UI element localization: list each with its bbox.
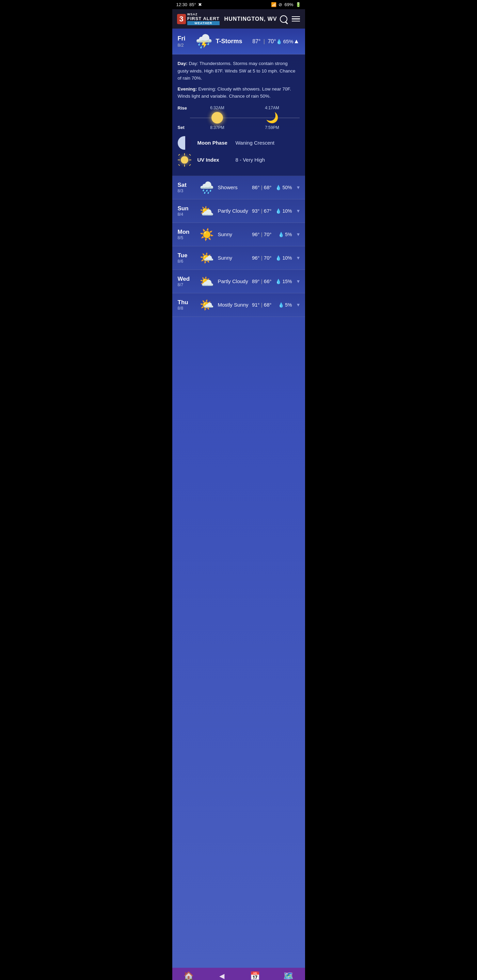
featured-expand-chevron[interactable]: ▲ — [294, 38, 300, 45]
uv-index-row: UV Index 8 - Very High — [178, 153, 300, 167]
city-name: HUNTINGTON, WV — [224, 16, 277, 22]
sun-icon — [211, 112, 223, 124]
forecast-row[interactable]: Tue 8/6 🌤️ Sunny 96° | 70° 💧 10% ▾ — [172, 247, 305, 270]
moon-phase-icon — [178, 136, 191, 150]
moon-icon: 🌙 — [266, 113, 279, 123]
featured-rain-pct: 65% — [283, 38, 294, 44]
featured-date: 8/2 — [178, 43, 195, 48]
forecast-weather-icon: 🌧️ — [198, 181, 215, 194]
forecast-condition: Partly Cloudy — [218, 208, 249, 214]
moon-phase-row: Moon Phase Waning Crescent — [178, 136, 300, 150]
forecast-expand-chevron[interactable]: ▾ — [297, 184, 300, 191]
forecast-temps: 96° | 70° — [252, 231, 272, 237]
moon-phase-label: Moon Phase — [198, 140, 231, 146]
logo: 3 WSAZ FIRST ALERT WEATHER — [177, 13, 220, 25]
forecast-date: 8/3 — [178, 189, 195, 193]
logo-text: WSAZ FIRST ALERT WEATHER — [187, 13, 220, 25]
forecast-condition: Mostly Sunny — [218, 302, 249, 308]
forecast-row[interactable]: Sat 8/3 🌧️ Showers 86° | 68° 💧 50% ▾ — [172, 176, 305, 199]
daily-icon: 📅 — [250, 971, 260, 980]
nav-map[interactable]: 🗺️ Map — [276, 971, 300, 980]
forecast-weather-icon: 🌤️ — [198, 251, 215, 265]
forecast-day-col: Sat 8/3 — [178, 182, 195, 193]
forecast-day-name: Sun — [178, 205, 195, 212]
forecast-day-name: Thu — [178, 299, 195, 306]
forecast-condition: Sunny — [218, 231, 249, 237]
status-bar: 12:30 85° ✖ 📶 ⊘ 69% 🔋 — [172, 0, 305, 9]
evening-description: Evening: Evening: Cloudy with showers. L… — [178, 86, 300, 100]
forecast-day-col: Mon 8/5 — [178, 229, 195, 240]
status-left: 12:30 85° ✖ — [176, 2, 202, 7]
battery-percent: 69% — [284, 2, 293, 7]
forecast-temps: 93° | 67° — [252, 208, 272, 214]
rain-drop-icon: 💧 — [276, 279, 281, 284]
uv-index-value: 8 - Very High — [236, 157, 265, 163]
logo-number: 3 — [179, 15, 183, 23]
forecast-weather-icon: ☀️ — [198, 228, 215, 241]
featured-day-col: Fri 8/2 — [178, 35, 195, 48]
forecast-row[interactable]: Mon 8/5 ☀️ Sunny 96° | 70° 💧 5% ▾ — [172, 223, 305, 247]
nav-daily[interactable]: 📅 Daily — [243, 971, 267, 980]
moon-rise-time: 4:17AM — [265, 105, 279, 110]
nav-hourly[interactable]: ◀ Hourly — [210, 972, 234, 980]
featured-weather-icon: ⛈️ — [195, 33, 212, 49]
forecast-temps: 91° | 68° — [252, 302, 272, 308]
forecast-temps: 89° | 66° — [252, 278, 272, 284]
search-icon[interactable] — [280, 15, 287, 23]
featured-day-name: Fri — [178, 35, 195, 43]
forecast-temps: 86° | 68° — [252, 185, 272, 190]
forecast-expand-chevron[interactable]: ▾ — [297, 231, 300, 237]
forecast-date: 8/4 — [178, 212, 195, 217]
featured-high: 87° — [252, 38, 260, 44]
forecast-date: 8/5 — [178, 235, 195, 240]
logo-box: 3 — [177, 14, 186, 24]
forecast-expand-chevron[interactable]: ▾ — [297, 278, 300, 285]
forecast-day-name: Mon — [178, 229, 195, 235]
forecast-row[interactable]: Wed 8/7 ⛅ Partly Cloudy 89° | 66° 💧 15% … — [172, 270, 305, 293]
status-temp: 85° — [189, 2, 196, 7]
forecast-row[interactable]: Sun 8/4 ⛅ Partly Cloudy 93° | 67° 💧 10% … — [172, 199, 305, 223]
forecast-day-name: Sat — [178, 182, 195, 189]
forecast-weather-icon: ⛅ — [198, 275, 215, 288]
forecast-day-col: Tue 8/6 — [178, 252, 195, 264]
forecast-date: 8/8 — [178, 306, 195, 311]
day-description: Day: Day: Thunderstorms. Storms may cont… — [178, 60, 300, 82]
forecast-weather-icon: 🌤️ — [198, 298, 215, 312]
featured-condition: T-Storms — [216, 38, 249, 45]
forecast-expand-chevron[interactable]: ▾ — [297, 301, 300, 308]
featured-day-row[interactable]: Fri 8/2 ⛈️ T-Storms 87° | 70° 💧 65% ▲ — [172, 29, 305, 54]
status-right: 📶 ⊘ 69% 🔋 — [271, 2, 301, 7]
forecast-expand-chevron[interactable]: ▾ — [297, 208, 300, 214]
forecast-temps: 96° | 70° — [252, 255, 272, 261]
featured-rain: 💧 65% — [276, 38, 294, 44]
status-time: 12:30 — [176, 2, 188, 7]
moon-set-time: 7:59PM — [265, 125, 279, 130]
menu-icon[interactable] — [292, 16, 300, 22]
uv-icon — [178, 153, 191, 167]
status-x-icon: ✖ — [198, 2, 202, 7]
forecast-condition: Showers — [218, 185, 249, 190]
set-label: Set — [178, 125, 190, 130]
logo-weather: WEATHER — [187, 21, 220, 25]
header-city: HUNTINGTON, WV — [224, 15, 287, 23]
forecast-day-name: Tue — [178, 252, 195, 259]
detail-panel: Day: Day: Thunderstorms. Storms may cont… — [172, 54, 305, 176]
featured-temps: 87° | 70° — [252, 38, 276, 45]
forecast-expand-chevron[interactable]: ▾ — [297, 255, 300, 261]
hourly-icon: ◀ — [219, 972, 224, 980]
forecast-row[interactable]: Thu 8/8 🌤️ Mostly Sunny 91° | 68° 💧 5% ▾ — [172, 293, 305, 317]
sun-set-time: 8:37PM — [210, 125, 224, 130]
forecast-list: Sat 8/3 🌧️ Showers 86° | 68° 💧 50% ▾ Sun… — [172, 176, 305, 317]
forecast-rain: 💧 15% — [274, 279, 292, 284]
wifi-icon: 📶 — [271, 2, 276, 7]
forecast-condition: Partly Cloudy — [218, 278, 249, 284]
forecast-condition: Sunny — [218, 255, 249, 261]
rain-drop-icon: 💧 — [278, 302, 284, 308]
forecast-rain: 💧 5% — [274, 232, 292, 237]
nav-home[interactable]: 🏠 Home — [177, 971, 201, 980]
logo-wsaz: WSAZ — [187, 13, 220, 16]
uv-index-label: UV Index — [198, 157, 231, 163]
forecast-date: 8/7 — [178, 282, 195, 287]
rain-drop-icon: 💧 — [278, 232, 284, 237]
rain-drop-icon: 💧 — [276, 185, 281, 190]
